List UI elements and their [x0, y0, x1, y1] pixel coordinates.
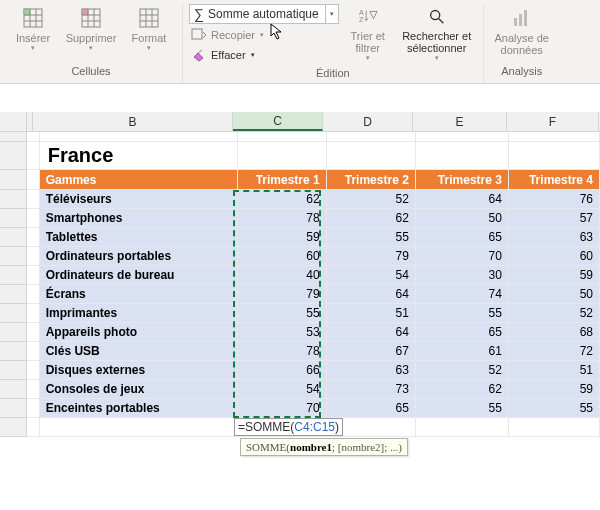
value-cell[interactable]: 79	[327, 247, 416, 266]
value-cell[interactable]: 78	[238, 342, 327, 361]
value-cell[interactable]: 72	[509, 342, 600, 361]
value-cell[interactable]: 53	[238, 323, 327, 342]
col-header[interactable]: E	[413, 112, 507, 131]
fill-button[interactable]: Recopier ▾	[189, 26, 266, 44]
title-cell[interactable]: France	[40, 142, 238, 170]
sort-filter-button[interactable]: AZ Trier et filtrer ▾	[343, 4, 393, 62]
cell[interactable]	[509, 142, 600, 170]
header-cell[interactable]: Trimestre 4	[509, 170, 600, 190]
gamme-cell[interactable]: Tablettes	[40, 228, 238, 247]
value-cell[interactable]: 70	[416, 247, 509, 266]
autosum-button[interactable]: ∑ Somme automatique	[189, 4, 325, 24]
gamme-cell[interactable]: Ordinateurs de bureau	[40, 266, 238, 285]
value-cell[interactable]: 55	[416, 304, 509, 323]
gamme-cell[interactable]: Enceintes portables	[40, 399, 238, 418]
row-header[interactable]	[0, 209, 27, 228]
row-header[interactable]	[0, 361, 27, 380]
cell[interactable]	[327, 132, 416, 142]
row-header[interactable]	[0, 170, 27, 190]
value-cell[interactable]: 64	[327, 285, 416, 304]
row-header[interactable]	[0, 380, 27, 399]
value-cell[interactable]: 50	[416, 209, 509, 228]
value-cell[interactable]: 55	[416, 399, 509, 418]
value-cell[interactable]: 55	[509, 399, 600, 418]
cell[interactable]	[27, 342, 40, 361]
value-cell[interactable]: 60	[509, 247, 600, 266]
row-header[interactable]	[0, 418, 27, 437]
cell[interactable]	[416, 418, 509, 437]
cell[interactable]	[27, 418, 40, 437]
value-cell[interactable]: 70	[238, 399, 327, 418]
value-cell[interactable]: 63	[509, 228, 600, 247]
value-cell[interactable]: 62	[238, 190, 327, 209]
cell[interactable]	[27, 266, 40, 285]
delete-button[interactable]: Supprimer ▾	[64, 4, 118, 62]
row-header[interactable]	[0, 342, 27, 361]
row-header[interactable]	[0, 399, 27, 418]
formula-edit-box[interactable]: =SOMME(C4:C15)	[234, 418, 343, 436]
value-cell[interactable]: 63	[327, 361, 416, 380]
cell[interactable]	[416, 142, 509, 170]
gamme-cell[interactable]: Imprimantes	[40, 304, 238, 323]
row-header[interactable]	[0, 228, 27, 247]
cell[interactable]	[416, 132, 509, 142]
row-header[interactable]	[0, 247, 27, 266]
cell[interactable]	[27, 380, 40, 399]
cell[interactable]	[27, 285, 40, 304]
gamme-cell[interactable]: Consoles de jeux	[40, 380, 238, 399]
header-cell[interactable]: Trimestre 3	[416, 170, 509, 190]
row-header[interactable]	[0, 285, 27, 304]
header-cell[interactable]: Trimestre 1	[238, 170, 327, 190]
value-cell[interactable]: 74	[416, 285, 509, 304]
gamme-cell[interactable]: Clés USB	[40, 342, 238, 361]
value-cell[interactable]: 52	[327, 190, 416, 209]
clear-button[interactable]: Effacer ▾	[189, 46, 257, 64]
value-cell[interactable]: 52	[509, 304, 600, 323]
value-cell[interactable]: 40	[238, 266, 327, 285]
header-cell[interactable]: Trimestre 2	[327, 170, 416, 190]
value-cell[interactable]: 55	[327, 228, 416, 247]
cell[interactable]	[238, 142, 327, 170]
value-cell[interactable]: 65	[327, 399, 416, 418]
value-cell[interactable]: 76	[509, 190, 600, 209]
cell[interactable]	[27, 361, 40, 380]
value-cell[interactable]: 51	[327, 304, 416, 323]
value-cell[interactable]: 50	[509, 285, 600, 304]
gamme-cell[interactable]: Appareils photo	[40, 323, 238, 342]
value-cell[interactable]: 66	[238, 361, 327, 380]
spreadsheet[interactable]: B C D E F FranceGammesTrimestre 1Trimest…	[0, 112, 600, 437]
value-cell[interactable]: 60	[238, 247, 327, 266]
row-header[interactable]	[0, 132, 27, 142]
value-cell[interactable]: 59	[238, 228, 327, 247]
value-cell[interactable]: 73	[327, 380, 416, 399]
cell[interactable]	[27, 170, 40, 190]
cell[interactable]	[27, 399, 40, 418]
value-cell[interactable]: 54	[238, 380, 327, 399]
format-button[interactable]: Format ▾	[122, 4, 176, 62]
value-cell[interactable]: 64	[327, 323, 416, 342]
gamme-cell[interactable]: Disques externes	[40, 361, 238, 380]
row-header[interactable]	[0, 323, 27, 342]
insert-button[interactable]: Insérer ▾	[6, 4, 60, 62]
gamme-cell[interactable]: Smartphones	[40, 209, 238, 228]
find-select-button[interactable]: Rechercher et sélectionner ▾	[397, 4, 477, 62]
cell[interactable]	[238, 132, 327, 142]
row-header[interactable]	[0, 304, 27, 323]
value-cell[interactable]: 62	[416, 380, 509, 399]
value-cell[interactable]: 59	[509, 380, 600, 399]
value-cell[interactable]: 52	[416, 361, 509, 380]
cell[interactable]	[327, 142, 416, 170]
cell[interactable]	[27, 247, 40, 266]
gamme-cell[interactable]: Téléviseurs	[40, 190, 238, 209]
value-cell[interactable]: 68	[509, 323, 600, 342]
value-cell[interactable]: 65	[416, 323, 509, 342]
header-cell[interactable]: Gammes	[40, 170, 238, 190]
row-header[interactable]	[0, 142, 27, 170]
analyze-data-button[interactable]: Analyse de données	[490, 4, 554, 62]
col-header[interactable]: F	[507, 112, 599, 131]
cell[interactable]	[27, 132, 40, 142]
cell[interactable]	[509, 418, 600, 437]
value-cell[interactable]: 61	[416, 342, 509, 361]
value-cell[interactable]: 57	[509, 209, 600, 228]
cell[interactable]	[27, 142, 40, 170]
